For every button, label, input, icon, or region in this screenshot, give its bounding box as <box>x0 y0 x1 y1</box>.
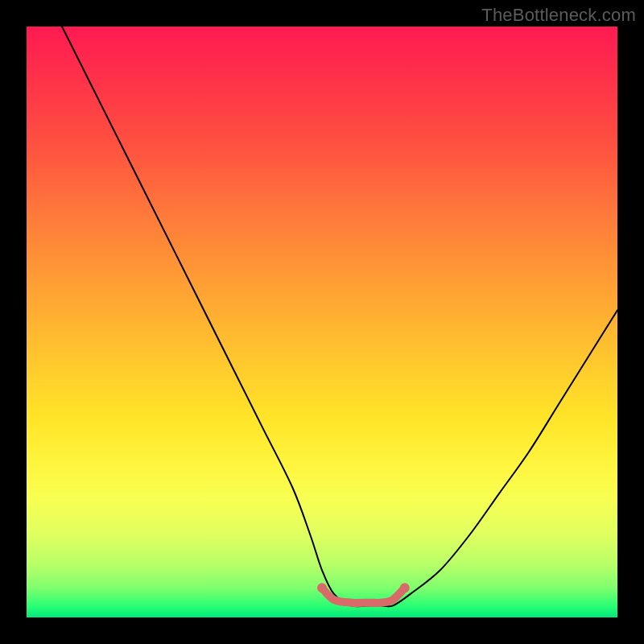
optimal-range-marker-path <box>322 588 405 603</box>
plot-area <box>27 27 617 617</box>
curve-layer <box>27 27 617 617</box>
marker-endpoint-right <box>400 583 410 592</box>
chart-frame: TheBottleneck.com <box>0 0 644 644</box>
bottleneck-curve-path <box>62 27 617 606</box>
marker-endpoint-left <box>317 583 327 592</box>
watermark-text: TheBottleneck.com <box>481 5 636 26</box>
